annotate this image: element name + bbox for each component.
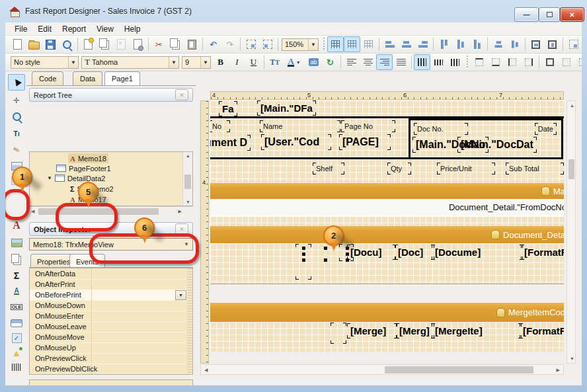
tree-item-detaildata2[interactable]: ▼DetailData2 [47,173,105,183]
scroll-down-icon[interactable]: ▼ [570,356,574,361]
inspector-scrollbar[interactable] [187,268,192,374]
minimize-button[interactable]: — [514,7,539,22]
doc-header-frame[interactable]: Doc No. Date [Main."DocNo [Main."DocDat [409,118,563,159]
draw-object-button[interactable]: A [8,283,25,299]
frame-left-button[interactable] [504,54,520,70]
memo-fa[interactable]: Fa [222,103,234,114]
font-select[interactable]: T Tahoma▼ [81,56,179,69]
tab-code[interactable]: Code [32,71,63,85]
new-page-button[interactable] [80,36,97,52]
event-value[interactable] [92,332,187,342]
undo-button[interactable]: ↶ [205,36,221,52]
event-dropdown-arrow-icon[interactable]: ▼ [175,290,186,300]
font-settings-button[interactable]: TT [266,54,283,70]
vertical-ruler[interactable]: 4 [200,100,209,364]
title-bar[interactable]: Fast Report Designer - Sales Invoice 7 (… [0,0,587,22]
label-sub-total[interactable]: Sub Total [509,165,561,173]
font-size-select[interactable]: 9▼ [182,56,211,69]
cut-button[interactable]: ✂ [151,36,167,52]
event-value[interactable] [92,364,187,374]
memo-detail-2[interactable]: [Doc] [398,247,431,258]
highlight-button[interactable]: ab [305,54,322,70]
size-dropdown-arrow-icon[interactable]: ▼ [200,57,210,68]
same-width-button[interactable] [565,36,582,52]
hand-tool-button[interactable]: ✛ [8,92,25,108]
picture-object-button[interactable] [8,235,25,251]
font-dropdown-arrow-icon[interactable]: ▼ [169,57,178,68]
memo-merge-4[interactable]: [FormatFloa] [523,325,564,336]
ungroup-button[interactable] [259,36,276,52]
band-header-document-detail[interactable]: Document_Deta [210,226,564,243]
text-edit-tool-button[interactable]: TI [8,125,25,141]
event-row-onmouseleave[interactable]: OnMouseLeave [30,321,187,333]
fit-to-grid-button[interactable] [360,36,377,52]
event-value[interactable] [92,268,187,279]
page-settings-button[interactable] [130,36,146,52]
rotation-button[interactable]: ↻ [322,54,338,70]
zoom-tool-button[interactable] [8,108,25,125]
scroll-thumb[interactable] [385,366,533,373]
align-tops-button[interactable] [436,36,452,52]
align-top-button[interactable] [414,54,430,70]
label-page-no[interactable]: Page No [344,122,392,130]
event-row-onmouseenter[interactable]: OnMouseEnter [30,311,187,322]
align-justify-button[interactable] [393,54,409,70]
italic-button[interactable]: I [229,54,245,70]
space-vertically-button[interactable] [506,36,523,52]
ole-object-button[interactable]: OLE [8,299,25,315]
scroll-thumb[interactable] [568,159,574,179]
memo-merge-1[interactable]: [Merge] [350,325,394,336]
underline-button[interactable]: U [245,54,262,70]
scroll-right-icon[interactable]: ▶ [178,209,182,214]
format-painter-button[interactable]: ✎ [8,141,25,158]
align-to-grid-button[interactable] [344,36,360,52]
frame-settings-button[interactable] [574,54,582,70]
tab-data[interactable]: Data [73,71,102,85]
event-value[interactable] [92,279,187,290]
label-price-unit[interactable]: Price/Unit [440,165,492,173]
event-value[interactable] [92,321,187,332]
event-row-onmousedown[interactable]: OnMouseDown [30,300,187,311]
menu-report[interactable]: Report [57,23,91,35]
system-text-button[interactable]: Σ [8,267,25,284]
label-qty[interactable]: Qty [391,165,408,173]
horizontal-ruler[interactable]: 4 5 6 7 [210,91,564,100]
group-button[interactable] [243,36,259,52]
label-no[interactable]: No [212,122,227,130]
align-left-button[interactable] [343,54,360,70]
memo-group-field[interactable]: Document_Detail."FromDocNo [449,202,564,212]
paste-button[interactable] [184,36,200,52]
font-color-dropdown-icon[interactable]: ▼ [296,60,301,65]
tree-item-pagefooter1[interactable]: PageFooter1 [56,163,111,173]
memo-page-field[interactable]: [PAGE] [342,136,387,148]
menu-edit[interactable]: Edit [32,23,57,35]
align-bottom-button[interactable] [447,54,463,70]
scroll-left-icon[interactable]: ◀ [31,209,34,214]
font-color-button[interactable]: A▼ [283,54,305,70]
menu-view[interactable]: View [91,23,119,35]
align-center-button[interactable] [360,54,376,70]
memo-detail-1[interactable]: [Docu] [350,247,393,258]
new-dialog-button[interactable] [97,36,113,52]
memo-merge-3[interactable]: [MergeIte] [435,325,518,336]
tab-page1[interactable]: Page1 [104,71,140,85]
design-vertical-scrollbar[interactable]: ▲ ▼ [567,100,576,364]
align-right-button[interactable] [376,54,393,70]
group-header-band[interactable]: Document_Detail."FromDocNo [210,199,564,216]
event-row-onpreviewclick[interactable]: OnPreviewClick [30,353,187,364]
center-horizontally-button[interactable] [528,36,544,52]
event-row-onpreviewdblclick[interactable]: OnPreviewDblClick [30,364,187,375]
event-row-onmousemove[interactable]: OnMouseMove [30,332,187,343]
align-bottoms-button[interactable] [469,36,485,52]
memo-detail-4[interactable]: [FormatFloa] [524,247,564,258]
scroll-right-icon[interactable]: ▶ [557,368,560,373]
open-report-button[interactable] [26,36,42,52]
band-header-mergeitem[interactable]: MergeItemCod [210,303,564,322]
show-grid-button[interactable] [327,36,344,52]
report-tree-header[interactable]: Report Tree ✕ [29,88,193,102]
design-horizontal-scrollbar[interactable]: ◀ ▶ [200,364,564,375]
scroll-thumb[interactable] [184,175,191,189]
selection-handles[interactable] [302,247,305,250]
memo-main-dfa[interactable]: [Main."DFa [260,102,313,114]
copy-button[interactable] [167,36,184,52]
